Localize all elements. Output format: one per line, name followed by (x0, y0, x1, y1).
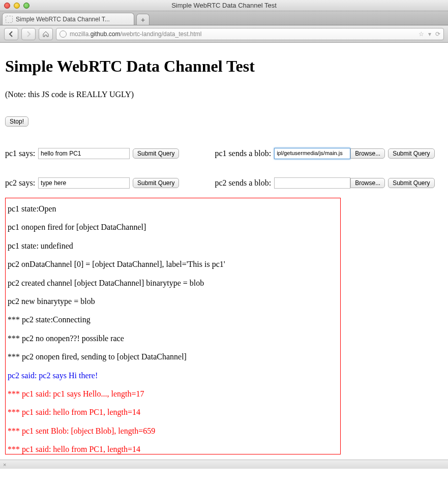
log-line: pc1 state: undefined (8, 240, 338, 252)
browser-window: Simple WebRTC Data Channel Test Simple W… (0, 0, 448, 469)
url-text: mozilla.github.com/webrtc-landing/data_t… (70, 31, 201, 38)
zoom-window-button[interactable] (23, 3, 29, 9)
pc1-says-row: pc1 says: Submit Query (5, 148, 179, 159)
log-line: pc1 onopen fired for [object DataChannel… (8, 222, 338, 233)
page-content: Simple WebRTC Data Channel Test (Note: t… (0, 43, 448, 460)
home-button[interactable] (39, 28, 53, 40)
globe-icon (59, 31, 67, 38)
log-output[interactable]: pc1 state:Openpc1 onopen fired for [obje… (5, 198, 341, 454)
tab-active[interactable]: Simple WebRTC Data Channel T... (2, 13, 134, 25)
log-line: pc2 said: pc2 says Hi there! (8, 370, 338, 381)
traffic-lights (0, 3, 29, 9)
url-bar[interactable]: mozilla.github.com/webrtc-landing/data_t… (56, 28, 444, 40)
forward-button[interactable] (21, 28, 36, 40)
pc2-blob-browse-button[interactable]: Browse... (350, 178, 385, 188)
new-tab-button[interactable]: + (136, 14, 150, 25)
log-line: *** pc2 no onopen??! possible race (8, 333, 338, 344)
back-button[interactable] (4, 28, 18, 40)
pc1-blob-submit-button[interactable]: Submit Query (388, 148, 434, 159)
pc2-says-input[interactable] (38, 177, 130, 189)
log-line: pc2 created channel [object DataChannel]… (8, 278, 338, 289)
favicon-icon (6, 16, 13, 23)
status-bar: × (0, 460, 448, 469)
pc2-says-row: pc2 says: Submit Query (5, 177, 179, 189)
pc1-blob-row: pc1 sends a blob: ipl/getusermedia/js/ma… (215, 148, 434, 159)
window-title: Simple WebRTC Data Channel Test (0, 2, 448, 9)
pc1-blob-label: pc1 sends a blob: (215, 149, 271, 158)
log-line: pc1 state:Open (8, 203, 338, 215)
close-window-button[interactable] (4, 3, 10, 9)
log-line: pc2 onDataChannel [0] = [object DataChan… (8, 259, 338, 270)
dropdown-icon[interactable]: ▾ (428, 31, 431, 38)
pc1-blob-browse-button[interactable]: Browse... (350, 148, 385, 159)
titlebar: Simple WebRTC Data Channel Test (0, 0, 448, 11)
reload-icon[interactable]: ⟳ (435, 31, 440, 38)
arrow-right-icon (25, 31, 32, 37)
log-line: *** pc1 said: hello from PC1, length=14 (8, 407, 338, 418)
pc1-says-label: pc1 says: (5, 149, 35, 158)
pc1-says-submit-button[interactable]: Submit Query (133, 148, 179, 159)
arrow-left-icon (8, 31, 14, 37)
minimize-window-button[interactable] (14, 3, 20, 9)
log-line: *** pc1 said: pc1 says Hello..., length=… (8, 388, 338, 400)
toolbar: mozilla.github.com/webrtc-landing/data_t… (0, 25, 448, 43)
pc2-blob-row: pc2 sends a blob: Browse... Submit Query (215, 177, 434, 189)
log-line: pc2 new binarytype = blob (8, 296, 338, 307)
status-close-icon[interactable]: × (3, 462, 6, 468)
log-line: *** pc1 sent Blob: [object Blob], length… (8, 426, 338, 437)
pc2-blob-submit-button[interactable]: Submit Query (388, 178, 434, 188)
log-line: *** pc1 said: hello from PC1, length=14 (8, 444, 338, 454)
pc1-says-input[interactable] (38, 148, 130, 159)
note-text: (Note: this JS code is REALLY UGLY) (5, 90, 443, 99)
pc2-says-submit-button[interactable]: Submit Query (133, 178, 179, 188)
pc2-blob-file-input[interactable] (274, 177, 350, 189)
tabbar: Simple WebRTC Data Channel T... + (0, 11, 448, 25)
bookmark-star-icon[interactable]: ☆ (419, 31, 424, 38)
stop-button[interactable]: Stop! (5, 116, 28, 127)
plus-icon: + (141, 16, 145, 24)
tab-label: Simple WebRTC Data Channel T... (16, 16, 110, 23)
page-title: Simple WebRTC Data Channel Test (5, 57, 443, 76)
pc2-blob-label: pc2 sends a blob: (215, 178, 271, 188)
pc2-says-label: pc2 says: (5, 178, 35, 188)
log-line: *** pc2 onopen fired, sending to [object… (8, 351, 338, 362)
home-icon (42, 31, 49, 38)
log-line: *** pc2 state:Connecting (8, 314, 338, 325)
pc1-blob-file-input[interactable]: ipl/getusermedia/js/main.js (274, 148, 350, 159)
